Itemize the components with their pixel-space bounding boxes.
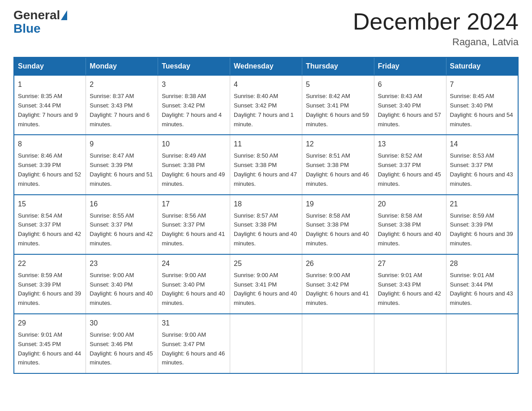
weekday-header-saturday: Saturday bbox=[446, 57, 518, 75]
day-number: 9 bbox=[90, 139, 154, 150]
calendar-cell: 25 Sunrise: 9:00 AM Sunset: 3:41 PM Dayl… bbox=[230, 254, 302, 314]
weekday-header-thursday: Thursday bbox=[302, 57, 374, 75]
day-info: Sunrise: 8:43 AM Sunset: 3:40 PM Dayligh… bbox=[378, 92, 442, 129]
day-info: Sunrise: 8:49 AM Sunset: 3:38 PM Dayligh… bbox=[162, 151, 226, 188]
day-info: Sunrise: 8:37 AM Sunset: 3:43 PM Dayligh… bbox=[90, 92, 154, 129]
day-info: Sunrise: 8:57 AM Sunset: 3:38 PM Dayligh… bbox=[234, 211, 298, 248]
day-number: 4 bbox=[234, 79, 298, 90]
day-info: Sunrise: 9:00 AM Sunset: 3:41 PM Dayligh… bbox=[234, 271, 298, 308]
day-number: 1 bbox=[18, 79, 82, 90]
day-number: 6 bbox=[378, 79, 442, 90]
calendar-header-row: SundayMondayTuesdayWednesdayThursdayFrid… bbox=[14, 57, 518, 75]
calendar-cell: 3 Sunrise: 8:38 AM Sunset: 3:42 PM Dayli… bbox=[158, 75, 230, 135]
calendar-cell bbox=[446, 314, 518, 373]
day-number: 18 bbox=[234, 199, 298, 210]
calendar-cell: 20 Sunrise: 8:58 AM Sunset: 3:38 PM Dayl… bbox=[374, 195, 446, 254]
day-info: Sunrise: 8:38 AM Sunset: 3:42 PM Dayligh… bbox=[162, 92, 226, 129]
day-info: Sunrise: 8:40 AM Sunset: 3:42 PM Dayligh… bbox=[234, 92, 298, 129]
calendar-cell bbox=[374, 314, 446, 373]
calendar-cell: 16 Sunrise: 8:55 AM Sunset: 3:37 PM Dayl… bbox=[86, 195, 158, 254]
calendar-cell: 30 Sunrise: 9:00 AM Sunset: 3:46 PM Dayl… bbox=[86, 314, 158, 373]
day-info: Sunrise: 8:46 AM Sunset: 3:39 PM Dayligh… bbox=[18, 151, 82, 188]
day-number: 24 bbox=[162, 258, 226, 269]
calendar-cell: 4 Sunrise: 8:40 AM Sunset: 3:42 PM Dayli… bbox=[230, 75, 302, 135]
day-info: Sunrise: 9:01 AM Sunset: 3:43 PM Dayligh… bbox=[378, 271, 442, 308]
day-info: Sunrise: 8:59 AM Sunset: 3:39 PM Dayligh… bbox=[450, 211, 514, 248]
day-info: Sunrise: 9:00 AM Sunset: 3:47 PM Dayligh… bbox=[162, 330, 226, 368]
day-info: Sunrise: 9:00 AM Sunset: 3:40 PM Dayligh… bbox=[90, 271, 154, 308]
day-number: 19 bbox=[306, 199, 370, 210]
calendar-cell: 7 Sunrise: 8:45 AM Sunset: 3:40 PM Dayli… bbox=[446, 75, 518, 135]
day-info: Sunrise: 9:00 AM Sunset: 3:42 PM Dayligh… bbox=[306, 271, 370, 308]
calendar-cell: 9 Sunrise: 8:47 AM Sunset: 3:39 PM Dayli… bbox=[86, 135, 158, 194]
day-info: Sunrise: 8:55 AM Sunset: 3:37 PM Dayligh… bbox=[90, 211, 154, 248]
calendar-week-row: 15 Sunrise: 8:54 AM Sunset: 3:37 PM Dayl… bbox=[14, 195, 518, 254]
page-subtitle: Ragana, Latvia bbox=[353, 36, 519, 48]
calendar-cell bbox=[302, 314, 374, 373]
day-number: 14 bbox=[450, 139, 514, 150]
day-number: 28 bbox=[450, 258, 514, 269]
page-header: General Blue December 2024 Ragana, Latvi… bbox=[13, 9, 519, 48]
day-info: Sunrise: 8:51 AM Sunset: 3:38 PM Dayligh… bbox=[306, 151, 370, 188]
calendar-week-row: 8 Sunrise: 8:46 AM Sunset: 3:39 PM Dayli… bbox=[14, 135, 518, 194]
calendar-cell: 10 Sunrise: 8:49 AM Sunset: 3:38 PM Dayl… bbox=[158, 135, 230, 194]
calendar-cell: 5 Sunrise: 8:42 AM Sunset: 3:41 PM Dayli… bbox=[302, 75, 374, 135]
day-info: Sunrise: 8:52 AM Sunset: 3:37 PM Dayligh… bbox=[378, 151, 442, 188]
calendar-week-row: 1 Sunrise: 8:35 AM Sunset: 3:44 PM Dayli… bbox=[14, 75, 518, 135]
calendar-cell: 6 Sunrise: 8:43 AM Sunset: 3:40 PM Dayli… bbox=[374, 75, 446, 135]
calendar-table: SundayMondayTuesdayWednesdayThursdayFrid… bbox=[13, 57, 519, 374]
day-info: Sunrise: 9:01 AM Sunset: 3:45 PM Dayligh… bbox=[18, 330, 82, 368]
day-number: 11 bbox=[234, 139, 298, 150]
day-info: Sunrise: 8:35 AM Sunset: 3:44 PM Dayligh… bbox=[18, 92, 82, 129]
day-info: Sunrise: 8:50 AM Sunset: 3:38 PM Dayligh… bbox=[234, 151, 298, 188]
weekday-header-sunday: Sunday bbox=[14, 57, 86, 75]
calendar-cell: 13 Sunrise: 8:52 AM Sunset: 3:37 PM Dayl… bbox=[374, 135, 446, 194]
day-number: 30 bbox=[90, 318, 154, 329]
day-info: Sunrise: 8:56 AM Sunset: 3:37 PM Dayligh… bbox=[162, 211, 226, 248]
day-info: Sunrise: 8:42 AM Sunset: 3:41 PM Dayligh… bbox=[306, 92, 370, 129]
calendar-week-row: 29 Sunrise: 9:01 AM Sunset: 3:45 PM Dayl… bbox=[14, 314, 518, 373]
day-number: 8 bbox=[18, 139, 82, 150]
calendar-cell: 19 Sunrise: 8:58 AM Sunset: 3:38 PM Dayl… bbox=[302, 195, 374, 254]
day-info: Sunrise: 9:00 AM Sunset: 3:46 PM Dayligh… bbox=[90, 330, 154, 368]
calendar-cell: 12 Sunrise: 8:51 AM Sunset: 3:38 PM Dayl… bbox=[302, 135, 374, 194]
calendar-cell: 15 Sunrise: 8:54 AM Sunset: 3:37 PM Dayl… bbox=[14, 195, 86, 254]
day-number: 17 bbox=[162, 199, 226, 210]
day-info: Sunrise: 8:59 AM Sunset: 3:39 PM Dayligh… bbox=[18, 271, 82, 308]
day-number: 29 bbox=[18, 318, 82, 329]
day-info: Sunrise: 9:00 AM Sunset: 3:40 PM Dayligh… bbox=[162, 271, 226, 308]
calendar-cell: 11 Sunrise: 8:50 AM Sunset: 3:38 PM Dayl… bbox=[230, 135, 302, 194]
calendar-cell: 22 Sunrise: 8:59 AM Sunset: 3:39 PM Dayl… bbox=[14, 254, 86, 314]
day-number: 23 bbox=[90, 258, 154, 269]
calendar-cell: 17 Sunrise: 8:56 AM Sunset: 3:37 PM Dayl… bbox=[158, 195, 230, 254]
calendar-cell: 2 Sunrise: 8:37 AM Sunset: 3:43 PM Dayli… bbox=[86, 75, 158, 135]
day-number: 2 bbox=[90, 79, 154, 90]
logo: General Blue bbox=[13, 9, 68, 36]
day-number: 20 bbox=[378, 199, 442, 210]
weekday-header-tuesday: Tuesday bbox=[158, 57, 230, 75]
calendar-cell: 29 Sunrise: 9:01 AM Sunset: 3:45 PM Dayl… bbox=[14, 314, 86, 373]
day-info: Sunrise: 8:47 AM Sunset: 3:39 PM Dayligh… bbox=[90, 151, 154, 188]
weekday-header-monday: Monday bbox=[86, 57, 158, 75]
day-number: 12 bbox=[306, 139, 370, 150]
day-number: 13 bbox=[378, 139, 442, 150]
day-info: Sunrise: 8:45 AM Sunset: 3:40 PM Dayligh… bbox=[450, 92, 514, 129]
calendar-cell: 24 Sunrise: 9:00 AM Sunset: 3:40 PM Dayl… bbox=[158, 254, 230, 314]
day-number: 10 bbox=[162, 139, 226, 150]
day-number: 26 bbox=[306, 258, 370, 269]
calendar-cell: 31 Sunrise: 9:00 AM Sunset: 3:47 PM Dayl… bbox=[158, 314, 230, 373]
day-number: 27 bbox=[378, 258, 442, 269]
calendar-week-row: 22 Sunrise: 8:59 AM Sunset: 3:39 PM Dayl… bbox=[14, 254, 518, 314]
day-info: Sunrise: 8:53 AM Sunset: 3:37 PM Dayligh… bbox=[450, 151, 514, 188]
day-number: 25 bbox=[234, 258, 298, 269]
calendar-cell: 23 Sunrise: 9:00 AM Sunset: 3:40 PM Dayl… bbox=[86, 254, 158, 314]
day-number: 31 bbox=[162, 318, 226, 329]
calendar-cell: 28 Sunrise: 9:01 AM Sunset: 3:44 PM Dayl… bbox=[446, 254, 518, 314]
title-section: December 2024 Ragana, Latvia bbox=[353, 9, 519, 48]
day-number: 3 bbox=[162, 79, 226, 90]
calendar-cell: 8 Sunrise: 8:46 AM Sunset: 3:39 PM Dayli… bbox=[14, 135, 86, 194]
page-title: December 2024 bbox=[353, 9, 519, 34]
calendar-cell: 14 Sunrise: 8:53 AM Sunset: 3:37 PM Dayl… bbox=[446, 135, 518, 194]
calendar-cell: 26 Sunrise: 9:00 AM Sunset: 3:42 PM Dayl… bbox=[302, 254, 374, 314]
day-info: Sunrise: 9:01 AM Sunset: 3:44 PM Dayligh… bbox=[450, 271, 514, 308]
